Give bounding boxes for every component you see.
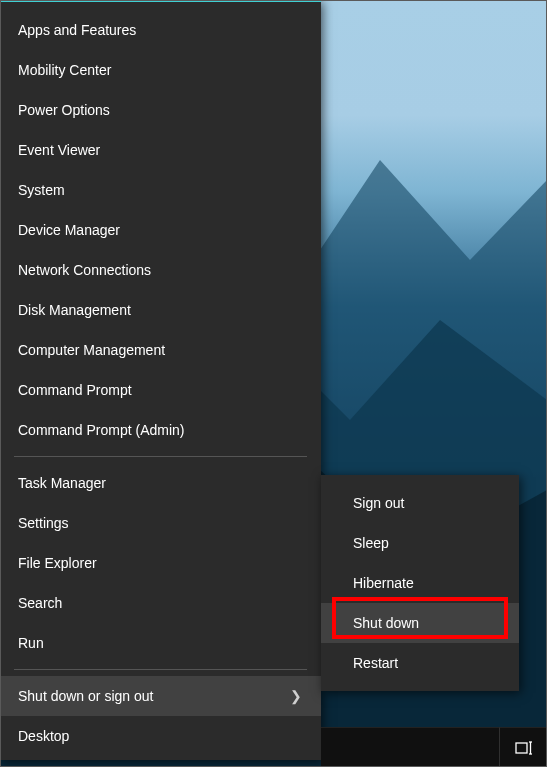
submenu-item-label: Sign out	[353, 495, 404, 511]
menu-item-label: Settings	[18, 515, 69, 531]
menu-item-command-prompt[interactable]: Command Prompt	[0, 370, 321, 410]
menu-item-label: File Explorer	[18, 555, 97, 571]
menu-item-network-connections[interactable]: Network Connections	[0, 250, 321, 290]
menu-item-label: Command Prompt	[18, 382, 132, 398]
menu-item-power-options[interactable]: Power Options	[0, 90, 321, 130]
svg-rect-0	[516, 743, 527, 753]
menu-item-label: Run	[18, 635, 44, 651]
menu-item-settings[interactable]: Settings	[0, 503, 321, 543]
menu-separator	[14, 456, 307, 457]
shutdown-submenu: Sign out Sleep Hibernate Shut down Resta…	[321, 475, 519, 691]
menu-separator	[14, 669, 307, 670]
submenu-item-sleep[interactable]: Sleep	[321, 523, 519, 563]
winx-context-menu: Apps and Features Mobility Center Power …	[0, 0, 321, 760]
menu-item-disk-management[interactable]: Disk Management	[0, 290, 321, 330]
menu-item-label: Disk Management	[18, 302, 131, 318]
menu-item-label: System	[18, 182, 65, 198]
taskbar-spacer	[321, 727, 499, 767]
menu-item-label: Desktop	[18, 728, 69, 744]
menu-item-search[interactable]: Search	[0, 583, 321, 623]
desktop-background: Apps and Features Mobility Center Power …	[0, 0, 547, 767]
menu-item-label: Shut down or sign out	[18, 688, 153, 704]
task-view-button[interactable]	[499, 727, 547, 767]
menu-item-label: Task Manager	[18, 475, 106, 491]
submenu-item-hibernate[interactable]: Hibernate	[321, 563, 519, 603]
menu-item-desktop[interactable]: Desktop	[0, 716, 321, 756]
menu-item-task-manager[interactable]: Task Manager	[0, 463, 321, 503]
menu-item-command-prompt-admin[interactable]: Command Prompt (Admin)	[0, 410, 321, 450]
menu-item-label: Search	[18, 595, 62, 611]
menu-item-mobility-center[interactable]: Mobility Center	[0, 50, 321, 90]
menu-item-label: Apps and Features	[18, 22, 136, 38]
taskbar	[321, 727, 547, 767]
menu-item-label: Event Viewer	[18, 142, 100, 158]
menu-item-apps-features[interactable]: Apps and Features	[0, 10, 321, 50]
menu-item-file-explorer[interactable]: File Explorer	[0, 543, 321, 583]
submenu-item-sign-out[interactable]: Sign out	[321, 483, 519, 523]
menu-item-computer-management[interactable]: Computer Management	[0, 330, 321, 370]
chevron-right-icon: ❯	[289, 688, 303, 704]
submenu-item-label: Shut down	[353, 615, 419, 631]
menu-item-run[interactable]: Run	[0, 623, 321, 663]
task-view-icon	[515, 740, 533, 756]
submenu-item-restart[interactable]: Restart	[321, 643, 519, 683]
submenu-item-shut-down[interactable]: Shut down	[321, 603, 519, 643]
menu-item-label: Device Manager	[18, 222, 120, 238]
submenu-item-label: Hibernate	[353, 575, 414, 591]
menu-item-shutdown-signout[interactable]: Shut down or sign out ❯	[0, 676, 321, 716]
menu-item-device-manager[interactable]: Device Manager	[0, 210, 321, 250]
menu-item-label: Command Prompt (Admin)	[18, 422, 185, 438]
submenu-item-label: Sleep	[353, 535, 389, 551]
menu-item-system[interactable]: System	[0, 170, 321, 210]
menu-item-label: Power Options	[18, 102, 110, 118]
menu-item-event-viewer[interactable]: Event Viewer	[0, 130, 321, 170]
menu-item-label: Network Connections	[18, 262, 151, 278]
menu-item-label: Mobility Center	[18, 62, 111, 78]
menu-item-label: Computer Management	[18, 342, 165, 358]
submenu-item-label: Restart	[353, 655, 398, 671]
